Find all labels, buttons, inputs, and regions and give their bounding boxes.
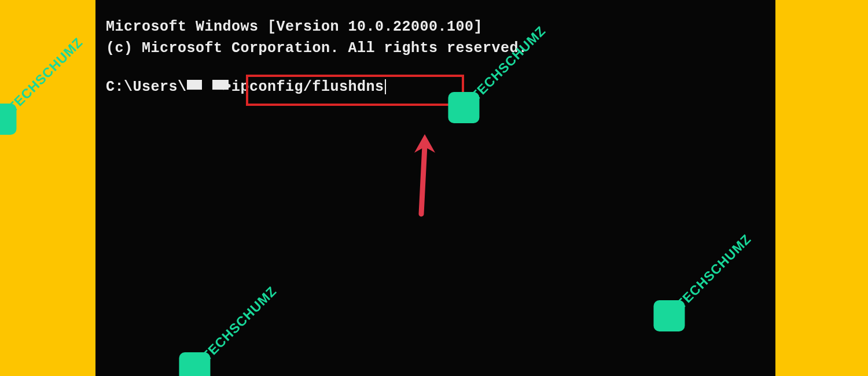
watermark-square-icon — [0, 104, 16, 135]
command-prompt-window[interactable]: Microsoft Windows [Version 10.0.22000.10… — [95, 0, 775, 376]
terminal-prompt-line[interactable]: C:\Users\WWWW>ipconfig/flushdns — [106, 76, 765, 98]
prompt-username-redacted: WWWW — [187, 76, 223, 98]
watermark-text: TECHSCHUMZ — [5, 34, 86, 115]
terminal-header-line-2: (c) Microsoft Corporation. All rights re… — [106, 38, 765, 59]
text-cursor — [385, 79, 386, 94]
prompt-path-prefix: C:\Users\ — [106, 79, 187, 95]
command-text: ipconfig/flushdns — [231, 79, 384, 95]
terminal-header-line-1: Microsoft Windows [Version 10.0.22000.10… — [106, 16, 765, 38]
watermark-logo: TECHSCHUMZ — [0, 69, 99, 101]
